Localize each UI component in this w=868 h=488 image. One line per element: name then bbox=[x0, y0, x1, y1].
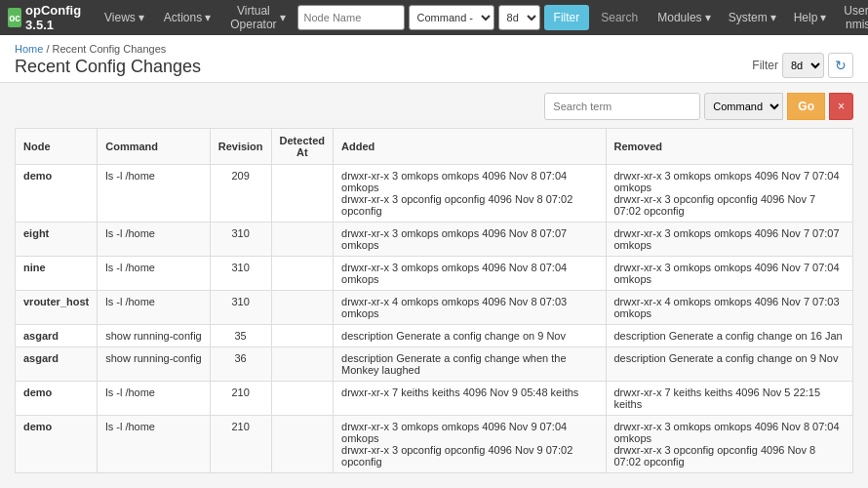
breadcrumb-left: Home / Recent Config Changes Recent Conf… bbox=[15, 43, 201, 77]
col-revision: Revision bbox=[210, 129, 271, 165]
cell-detected-at bbox=[271, 291, 333, 325]
refresh-button[interactable]: ↻ bbox=[828, 53, 853, 78]
table-row: asgard show running-config 35 descriptio… bbox=[16, 325, 853, 347]
table-row: demo ls -l /home 210 drwxr-xr-x 3 omkops… bbox=[16, 416, 853, 473]
cell-removed: drwxr-xr-x 3 omkops omkops 4096 Nov 8 07… bbox=[606, 416, 853, 473]
period-select[interactable]: 8d bbox=[498, 5, 540, 30]
cell-revision: 310 bbox=[210, 257, 271, 291]
cell-added: drwxr-xr-x 3 omkops omkops 4096 Nov 8 07… bbox=[334, 165, 606, 223]
cell-command: show running-config bbox=[98, 347, 210, 382]
cell-node: eight bbox=[16, 223, 98, 257]
node-name-input[interactable] bbox=[297, 5, 405, 30]
cell-detected-at bbox=[271, 382, 333, 416]
cell-removed: drwxr-xr-x 3 omkops omkops 4096 Nov 7 07… bbox=[606, 165, 853, 223]
cell-detected-at bbox=[271, 347, 333, 382]
cell-removed: drwxr-xr-x 7 keiths keiths 4096 Nov 5 22… bbox=[606, 382, 853, 416]
cell-command: ls -l /home bbox=[98, 257, 210, 291]
table-row: asgard show running-config 36 descriptio… bbox=[16, 347, 853, 382]
cell-detected-at bbox=[271, 223, 333, 257]
main-content: Command Go × Node Command Revision Detec… bbox=[0, 83, 868, 483]
cell-added: drwxr-xr-x 7 keiths keiths 4096 Nov 9 05… bbox=[334, 382, 606, 416]
cell-detected-at bbox=[271, 165, 333, 223]
command-select[interactable]: Command - bbox=[409, 5, 494, 30]
table-body: demo ls -l /home 209 drwxr-xr-x 3 omkops… bbox=[16, 165, 853, 473]
cell-node: demo bbox=[16, 382, 98, 416]
cell-revision: 210 bbox=[210, 416, 271, 473]
chevron-down-icon: ▾ bbox=[705, 11, 711, 24]
refresh-icon: ↻ bbox=[835, 58, 847, 73]
table-row: eight ls -l /home 310 drwxr-xr-x 3 omkop… bbox=[16, 223, 853, 257]
cell-node: nine bbox=[16, 257, 98, 291]
brand-icon: oc bbox=[8, 8, 21, 27]
cell-revision: 310 bbox=[210, 223, 271, 257]
cell-command: ls -l /home bbox=[98, 223, 210, 257]
breadcrumb-right: Filter 8d ↻ bbox=[752, 43, 853, 78]
go-button[interactable]: Go bbox=[787, 93, 825, 120]
cell-revision: 209 bbox=[210, 165, 271, 223]
virtual-operator-menu[interactable]: Virtual Operator ▾ bbox=[222, 0, 293, 35]
cell-revision: 35 bbox=[210, 325, 271, 347]
cell-removed: description Generate a config change on … bbox=[606, 347, 853, 382]
navbar-right: Modules ▾ System ▾ Help ▾ User: nmis bbox=[650, 0, 868, 35]
cell-detected-at bbox=[271, 325, 333, 347]
col-removed: Removed bbox=[606, 129, 853, 165]
breadcrumb-parent: Recent Config Changes bbox=[53, 43, 167, 55]
cell-removed: drwxr-xr-x 3 omkops omkops 4096 Nov 7 07… bbox=[606, 257, 853, 291]
col-detected-at: DetectedAt bbox=[271, 129, 333, 165]
cell-command: ls -l /home bbox=[98, 165, 210, 223]
table-row: vrouter_host ls -l /home 310 drwxr-xr-x … bbox=[16, 291, 853, 325]
cell-removed: drwxr-xr-x 4 omkops omkops 4096 Nov 7 07… bbox=[606, 291, 853, 325]
cell-node: demo bbox=[16, 165, 98, 223]
search-bar: Command Go × bbox=[15, 93, 853, 120]
cell-removed: description Generate a config change on … bbox=[606, 325, 853, 347]
config-changes-table: Node Command Revision DetectedAt Added R… bbox=[15, 128, 853, 473]
cell-command: ls -l /home bbox=[98, 382, 210, 416]
chevron-down-icon: ▾ bbox=[205, 11, 211, 24]
cell-added: drwxr-xr-x 3 omkops omkops 4096 Nov 8 07… bbox=[334, 223, 606, 257]
brand-label: opConfig 3.5.1 bbox=[25, 3, 87, 32]
modules-menu[interactable]: Modules ▾ bbox=[650, 7, 718, 28]
chevron-down-icon: ▾ bbox=[820, 11, 826, 24]
chevron-down-icon: ▾ bbox=[280, 11, 286, 24]
cell-added: drwxr-xr-x 4 omkops omkops 4096 Nov 8 07… bbox=[334, 291, 606, 325]
user-menu[interactable]: User: nmis bbox=[836, 0, 868, 35]
clear-button[interactable]: × bbox=[829, 93, 853, 120]
system-menu[interactable]: System ▾ bbox=[721, 7, 784, 28]
col-command: Command bbox=[98, 129, 210, 165]
cell-node: demo bbox=[16, 416, 98, 473]
page-title: Recent Config Changes bbox=[15, 57, 201, 77]
help-menu[interactable]: Help ▾ bbox=[786, 7, 835, 28]
filter-button[interactable]: Filter bbox=[544, 5, 590, 30]
table-row: nine ls -l /home 310 drwxr-xr-x 3 omkops… bbox=[16, 257, 853, 291]
cell-command: ls -l /home bbox=[98, 291, 210, 325]
filter-label: Filter bbox=[752, 59, 778, 72]
breadcrumb-filter-select[interactable]: 8d bbox=[782, 53, 824, 78]
search-button[interactable]: Search bbox=[593, 5, 646, 30]
actions-menu[interactable]: Actions ▾ bbox=[156, 7, 218, 28]
col-added: Added bbox=[334, 129, 606, 165]
cell-revision: 210 bbox=[210, 382, 271, 416]
navbar: oc opConfig 3.5.1 Views ▾ Actions ▾ Virt… bbox=[0, 0, 868, 35]
table-row: demo ls -l /home 209 drwxr-xr-x 3 omkops… bbox=[16, 165, 853, 223]
cell-revision: 36 bbox=[210, 347, 271, 382]
cell-added: drwxr-xr-x 3 omkops omkops 4096 Nov 8 07… bbox=[334, 257, 606, 291]
cell-node: asgard bbox=[16, 325, 98, 347]
chevron-down-icon: ▾ bbox=[770, 11, 776, 24]
cell-node: vrouter_host bbox=[16, 291, 98, 325]
col-node: Node bbox=[16, 129, 98, 165]
cell-added: description Generate a config change on … bbox=[334, 325, 606, 347]
cell-added: drwxr-xr-x 3 omkops omkops 4096 Nov 9 07… bbox=[334, 416, 606, 473]
breadcrumb-area: Home / Recent Config Changes Recent Conf… bbox=[0, 35, 868, 83]
home-link[interactable]: Home bbox=[15, 43, 43, 55]
views-menu[interactable]: Views ▾ bbox=[97, 7, 152, 28]
table-row: demo ls -l /home 210 drwxr-xr-x 7 keiths… bbox=[16, 382, 853, 416]
cell-detected-at bbox=[271, 257, 333, 291]
cell-node: asgard bbox=[16, 347, 98, 382]
search-term-input[interactable] bbox=[544, 93, 700, 120]
chevron-down-icon: ▾ bbox=[138, 11, 144, 24]
cell-command: show running-config bbox=[98, 325, 210, 347]
cell-removed: drwxr-xr-x 3 omkops omkops 4096 Nov 7 07… bbox=[606, 223, 853, 257]
cell-revision: 310 bbox=[210, 291, 271, 325]
search-type-select[interactable]: Command bbox=[704, 93, 783, 120]
table-header-row: Node Command Revision DetectedAt Added R… bbox=[16, 129, 853, 165]
